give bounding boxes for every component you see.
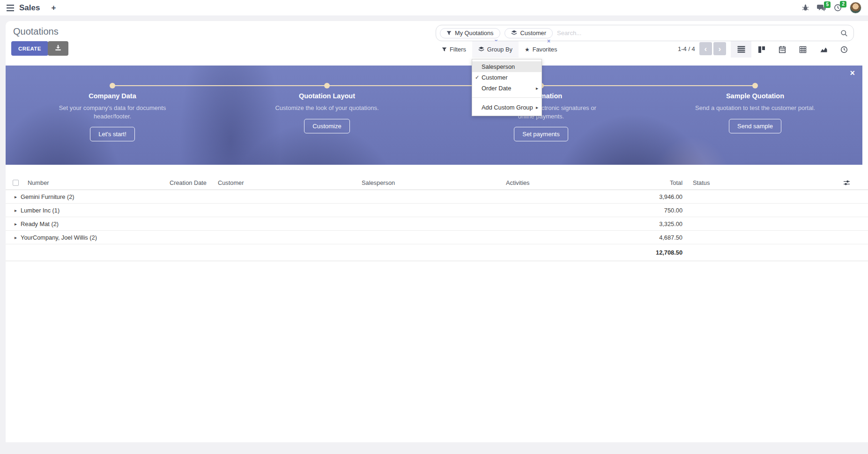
step-description: Customize the look of your quotations. (266, 104, 388, 112)
onboarding-banner: × Company Data Set your company's data f… (6, 66, 862, 165)
expand-caret-icon: ▸ (15, 194, 17, 199)
pager: 1-4 / 4 ‹ › (678, 42, 726, 55)
search-icon[interactable] (840, 29, 848, 39)
customize-button[interactable]: Customize (304, 119, 349, 133)
pivot-icon (799, 46, 807, 53)
group-by-label: Group By (487, 46, 512, 53)
column-header-total[interactable]: Total (610, 179, 683, 186)
list-icon (737, 46, 745, 53)
quotations-table: Number Creation Date Customer Salesperso… (6, 176, 868, 261)
group-by-button[interactable]: Group By (472, 41, 519, 58)
activities-badge: 2 (840, 1, 846, 7)
graph-view-button[interactable] (813, 41, 834, 58)
facet-customer[interactable]: Customer × (504, 28, 553, 38)
bottom-strip (0, 442, 868, 454)
group-total: 3,325.00 (610, 220, 683, 227)
grand-total-value: 12,708.50 (610, 249, 683, 256)
lets-start-button[interactable]: Let's start! (90, 127, 135, 141)
step-title: Company Data (37, 92, 187, 100)
group-row[interactable]: ▸Ready Mat (2) 3,325.00 (6, 217, 868, 231)
facet-label: My Quotations (455, 29, 494, 37)
group-name: Ready Mat (2) (21, 220, 59, 227)
set-payments-button[interactable]: Set payments (514, 127, 568, 141)
column-settings-icon[interactable] (843, 179, 850, 188)
banner-close-icon[interactable]: × (850, 68, 855, 78)
group-name: YourCompany, Joel Willis (2) (21, 234, 97, 241)
navbar-right: 5 2 (802, 2, 861, 14)
submenu-caret-icon: ▸ (536, 105, 538, 110)
kanban-view-button[interactable] (751, 41, 772, 58)
select-all-checkbox[interactable] (13, 180, 19, 186)
create-button[interactable]: CREATE (11, 41, 48, 56)
search-input[interactable] (557, 29, 837, 37)
top-navbar: Sales + 5 2 (0, 0, 868, 15)
facet-my-quotations[interactable]: My Quotations × (440, 28, 500, 38)
apps-menu-icon[interactable] (7, 5, 14, 11)
step-title: Sample Quotation (680, 92, 830, 100)
app-name[interactable]: Sales (19, 3, 40, 13)
menu-item-customer[interactable]: ✓ Customer (472, 72, 542, 83)
navbar-left: Sales + (7, 3, 56, 13)
favorites-label: Favorites (533, 46, 557, 53)
add-button[interactable]: + (51, 4, 56, 12)
menu-separator (472, 97, 542, 98)
group-row[interactable]: ▸YourCompany, Joel Willis (2) 4,687.50 (6, 231, 868, 244)
timeline-dot (110, 83, 115, 88)
send-sample-button[interactable]: Send sample (729, 119, 781, 133)
graph-icon (820, 46, 828, 53)
step-title: Quotation Layout (252, 92, 402, 100)
menu-item-label: Add Custom Group (482, 104, 533, 111)
timeline-dot (324, 83, 330, 88)
export-button[interactable] (48, 41, 68, 56)
search-toolbar: Filters Group By ★ Favorites (436, 41, 563, 58)
timeline-line (112, 85, 755, 86)
column-header-number[interactable]: Number (22, 179, 170, 186)
download-icon (55, 44, 61, 52)
group-total: 750.00 (610, 207, 683, 214)
clock-icon (840, 46, 848, 53)
user-avatar[interactable] (850, 2, 861, 14)
pager-previous-button[interactable]: ‹ (699, 42, 712, 55)
column-header-status[interactable]: Status (683, 179, 838, 186)
favorites-button[interactable]: ★ Favorites (519, 41, 563, 58)
grand-total-row: 12,708.50 (6, 244, 868, 261)
kanban-icon (758, 46, 765, 53)
column-header-creation-date[interactable]: Creation Date (170, 179, 218, 186)
calendar-view-button[interactable] (772, 41, 793, 58)
activity-view-button[interactable] (834, 41, 854, 58)
column-header-salesperson[interactable]: Salesperson (362, 179, 506, 186)
menu-item-add-custom-group[interactable]: Add Custom Group ▸ (472, 102, 542, 113)
group-name: Lumber Inc (1) (21, 207, 59, 214)
debug-bug-icon[interactable] (802, 4, 809, 11)
group-total: 4,687.50 (610, 234, 683, 241)
check-icon: ✓ (475, 74, 479, 81)
pager-next-button[interactable]: › (713, 42, 726, 55)
onboarding-step-sample-quotation: Sample Quotation Send a quotation to tes… (680, 92, 830, 133)
filters-button[interactable]: Filters (436, 41, 472, 58)
group-name: Gemini Furniture (2) (21, 193, 74, 200)
calendar-icon (779, 46, 786, 53)
pivot-view-button[interactable] (793, 41, 813, 58)
app-root: Sales + 5 2 Quotations My Quotati (0, 0, 868, 454)
list-view-button[interactable] (731, 41, 751, 58)
group-row[interactable]: ▸Lumber Inc (1) 750.00 (6, 204, 868, 217)
menu-item-order-date[interactable]: Order Date ▸ (472, 83, 542, 94)
menu-item-salesperson[interactable]: Salesperson (472, 61, 542, 72)
column-header-customer[interactable]: Customer (218, 179, 362, 186)
messages-badge: 5 (824, 1, 831, 8)
pager-range: 1-4 / 4 (678, 45, 695, 52)
group-row[interactable]: ▸Gemini Furniture (2) 3,946.00 (6, 190, 868, 204)
activities-clock-button[interactable]: 2 (834, 4, 842, 12)
filters-label: Filters (450, 46, 466, 53)
messages-button[interactable]: 5 (817, 4, 826, 12)
column-header-activities[interactable]: Activities (506, 179, 610, 186)
submenu-caret-icon: ▸ (536, 86, 538, 91)
expand-caret-icon: ▸ (15, 208, 17, 213)
layers-icon (511, 30, 517, 36)
filter-icon (446, 30, 452, 36)
page-title: Quotations (13, 26, 59, 37)
menu-item-label: Order Date (482, 85, 511, 92)
search-bar: My Quotations × Customer × (436, 25, 854, 41)
group-by-dropdown: Salesperson ✓ Customer Order Date ▸ Add … (472, 59, 542, 116)
facet-label: Customer (520, 29, 546, 37)
